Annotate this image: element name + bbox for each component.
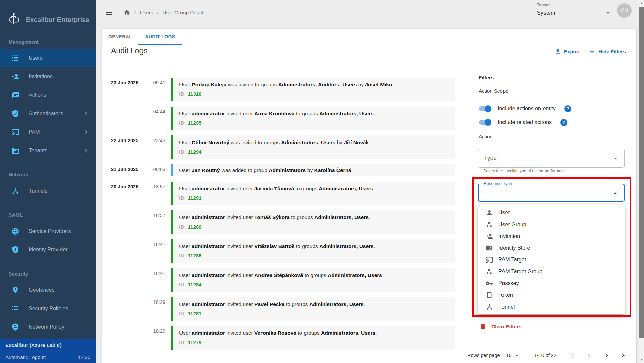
log-row: 18:57User administrator invited user Tom… [111, 210, 455, 234]
sidebar-item-pam[interactable]: PAM [0, 123, 96, 141]
id-value: 11286 [188, 253, 202, 258]
tenant-select[interactable]: Tenants System [537, 3, 613, 19]
option-pam-target-group[interactable]: PAM Target Group [478, 266, 625, 277]
breadcrumb: / Users / User Group Detail [123, 9, 203, 16]
toggle-label: Include actions on entity [498, 106, 556, 112]
action-type-select[interactable]: Type [478, 149, 625, 168]
sidebar-item-label: Actions [29, 92, 46, 98]
next-page-button[interactable] [603, 351, 611, 359]
first-page-button[interactable] [568, 351, 576, 359]
sidebar-item-security-policies[interactable]: Security Policies [0, 299, 96, 318]
id-value: 11279 [188, 339, 202, 345]
rows-per-page-select[interactable]: 10 [506, 352, 520, 359]
screen-share-icon [486, 256, 493, 264]
id-label: ID: [179, 195, 186, 201]
hide-filters-button[interactable]: Hide Filters [589, 48, 626, 55]
sidebar-item-label: Security Policies [29, 306, 68, 312]
log-row: 21 Jun 202500:03User Jan Koutný was adde… [111, 164, 455, 176]
option-label: PAM Target Group [498, 269, 542, 275]
home-icon[interactable] [123, 9, 130, 16]
app-logo: Excalibur Enterprise [0, 0, 96, 35]
page: Excalibur Enterprise ManagementUsersInvi… [0, 0, 644, 363]
id-label: ID: [179, 91, 186, 97]
last-page-icon [620, 351, 628, 359]
menu-icon[interactable] [105, 9, 114, 17]
scrollbar [639, 0, 644, 363]
building-icon [11, 147, 19, 155]
option-invitation[interactable]: Invitation [478, 230, 625, 242]
folder-shared-icon [486, 244, 493, 252]
log-message: User administrator invited user Tomáš Sý… [179, 214, 449, 220]
option-label: Tunnel [498, 304, 515, 310]
log-id-line: ID:11286 [179, 252, 449, 259]
sidebar-item-label: Invitations [29, 74, 53, 80]
option-passkey[interactable]: Passkey [478, 277, 625, 289]
sidebar-item-actions[interactable]: Actions [0, 86, 96, 104]
clear-filters-label: Clear Filters [491, 324, 522, 330]
sidebar-item-service-providers[interactable]: Service Providers [0, 222, 96, 240]
audit-log-entry: User administrator invited user Andrea Š… [171, 268, 455, 292]
tab-general[interactable]: GENERAL [102, 29, 138, 45]
log-id-line: ID:11289 [179, 224, 449, 230]
log-date [111, 297, 148, 321]
sidebar-item-label: Users [29, 55, 43, 61]
clear-filters-button[interactable]: Clear Filters [480, 323, 522, 330]
option-user-group[interactable]: User Group [478, 218, 625, 230]
option-label: PAM Target [498, 257, 526, 263]
scrollbar-thumb[interactable] [639, 7, 644, 338]
person-add-icon [486, 233, 493, 240]
id-value: 11294 [188, 149, 202, 155]
help-icon[interactable]: ? [560, 119, 567, 126]
chevron-down-icon [514, 352, 520, 359]
log-row: 22 Jun 202523:43User Ctibor Novotný was … [111, 135, 455, 159]
sidebar-item-tunnels[interactable]: Tunnels [0, 182, 96, 200]
id-label: ID: [179, 311, 186, 316]
option-user[interactable]: User [478, 207, 625, 218]
resource-type-select[interactable]: Resource Type [478, 184, 625, 202]
sidebar-item-network-policy[interactable]: Network Policy [0, 318, 96, 336]
include-actions-on-entity-toggle[interactable] [479, 105, 492, 112]
breadcrumb-users[interactable]: Users [140, 10, 153, 15]
option-label: User [498, 210, 510, 216]
scroll-down-icon[interactable] [640, 359, 643, 361]
sidebar-item-invitations[interactable]: Invitations [0, 67, 96, 86]
auto-logout-label: Automatic Logout: [5, 354, 46, 360]
log-message: User administrator invited user Veronika… [179, 330, 449, 336]
log-row: 04:44User administrator invited user Ann… [111, 107, 455, 130]
sidebar-item-geofences[interactable]: Geofences [0, 281, 96, 299]
log-date: 21 Jun 2025 [111, 164, 148, 176]
help-icon[interactable]: ? [564, 105, 571, 112]
tenants-label: Tenants [537, 3, 613, 7]
prev-page-button[interactable] [585, 351, 593, 359]
log-message: User Jan Koutný was added to group Admin… [179, 167, 449, 173]
chevron-up-icon[interactable] [612, 190, 619, 197]
sidebar-item-label: Tunnels [29, 188, 47, 194]
option-label: User Group [498, 221, 526, 228]
include-related-actions-toggle[interactable] [479, 119, 492, 126]
option-label: Passkey [498, 280, 519, 286]
option-identity-store[interactable]: Identity Store [478, 242, 625, 254]
scroll-up-icon[interactable] [640, 2, 643, 4]
id-label: ID: [179, 149, 186, 155]
sidebar-item-identity-provider[interactable]: Identity Provider [0, 240, 96, 259]
log-id-line: ID:11279 [179, 339, 449, 346]
nav-section-label: Security [9, 271, 96, 277]
option-tunnel[interactable]: Tunnel [478, 301, 625, 313]
log-time: 18:57 [148, 210, 165, 234]
sidebar-item-authenticators[interactable]: Authenticators [0, 104, 96, 123]
avatar[interactable]: KH [617, 3, 632, 18]
log-message: User administrator invited user Anna Kro… [179, 110, 449, 117]
chevron-down-icon [604, 9, 612, 17]
sidebar-item-users[interactable]: Users [0, 49, 96, 67]
id-value: 11289 [188, 224, 202, 230]
sidebar-item-tenants[interactable]: Tenants [0, 141, 96, 160]
toggle-label: Include related actions [498, 119, 552, 125]
option-pam-target[interactable]: PAM Target [478, 254, 625, 266]
log-time: 23:43 [148, 135, 165, 159]
last-page-button[interactable] [620, 351, 628, 359]
tab-audit-logs[interactable]: AUDIT LOGS [138, 29, 182, 45]
option-token[interactable]: Token [478, 289, 625, 301]
export-button[interactable]: Export [554, 48, 580, 55]
log-time: 18:41 [148, 239, 165, 263]
sidebar-item-label: Geofences [29, 287, 54, 293]
